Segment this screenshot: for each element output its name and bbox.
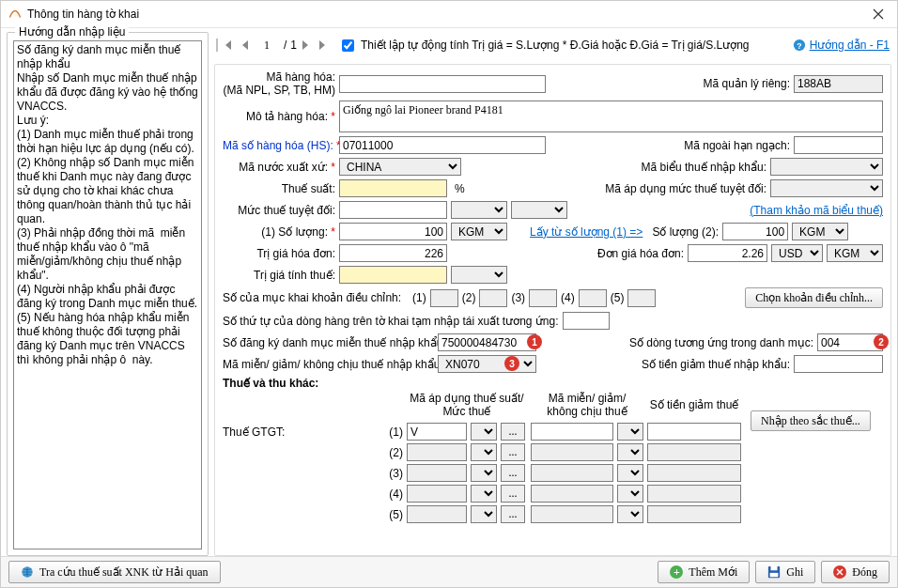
tax-r4-code-select[interactable] (471, 485, 497, 503)
close-button[interactable]: Đóng (821, 561, 890, 583)
chon-khoan-button[interactable]: Chọn khoản điều chỉnh... (745, 287, 883, 308)
muc-input-2[interactable] (479, 289, 507, 307)
tax-r3-ellipsis[interactable]: ... (501, 464, 525, 482)
marker-1: 1 (527, 334, 542, 349)
auto-calc-checkbox[interactable]: Thiết lập tự động tính Trị giá = S.Lượng… (338, 37, 750, 54)
tax-r4-amount-input[interactable] (647, 485, 741, 503)
ma-ngoai-input[interactable] (794, 136, 883, 154)
marker-2: 2 (874, 334, 889, 349)
muc-num-4: (4) (561, 291, 575, 304)
hs-input[interactable] (339, 136, 546, 154)
add-button[interactable]: + Thêm Mới (658, 561, 750, 583)
ma-bieu-label: Mã biểu thuế nhập khẩu: (642, 161, 766, 174)
tax-r2-mien-select[interactable] (617, 443, 643, 461)
muc-num-1: (1) (412, 291, 426, 304)
so-tien-giam-label: Số tiền giảm thuế nhập khẩu: (642, 358, 790, 371)
ma-nuoc-select[interactable]: CHINA (339, 158, 461, 176)
lookup-tax-button[interactable]: Tra cứu thuế suất XNK từ Hải quan (8, 561, 221, 583)
pager-next-button[interactable] (299, 36, 314, 54)
pager-prev-button[interactable] (237, 36, 252, 54)
tax-r1-amount-input[interactable] (647, 423, 741, 441)
thue-suat-input[interactable] (339, 179, 447, 197)
tax-r5-mien-select[interactable] (617, 505, 643, 523)
tax-r4-ellipsis[interactable]: ... (501, 485, 525, 503)
ma-mien-select[interactable]: XN070 (438, 355, 536, 373)
tax-r4-mien-input[interactable] (531, 485, 613, 503)
pager-last-button[interactable] (316, 36, 331, 54)
don-gia-input[interactable] (688, 244, 767, 262)
tax-r1-mien-input[interactable] (531, 423, 613, 441)
tri-gia-hd-label: Trị giá hóa đơn: (223, 247, 335, 260)
currency-select[interactable]: USD (771, 244, 823, 262)
window-close-button[interactable] (859, 1, 897, 27)
tri-gia-tinh-input[interactable] (339, 266, 447, 284)
tax-r3-mien-input[interactable] (531, 464, 613, 482)
tax-r4-code-input[interactable] (407, 485, 467, 503)
tax-r4-mien-select[interactable] (617, 485, 643, 503)
pager-first-button[interactable] (220, 36, 235, 54)
close-icon (873, 8, 884, 20)
ma-quan-ly-rieng-input[interactable] (794, 75, 883, 93)
muc-input-1[interactable] (430, 289, 458, 307)
muc-input-5[interactable] (627, 289, 656, 307)
stt-dong-input[interactable] (563, 312, 610, 330)
tax-r1-code-select[interactable] (471, 423, 497, 441)
tax-r2-code-input[interactable] (407, 443, 467, 461)
ma-ap-dung-select[interactable] (770, 179, 883, 197)
tax-r5-ellipsis[interactable]: ... (501, 505, 525, 523)
tax-r1-code-input[interactable] (407, 423, 467, 441)
stt-dong-label: Số thứ tự của dòng hàng trên tờ khai tạm… (223, 315, 559, 328)
nhap-theo-button[interactable]: Nhập theo sắc thuế... (751, 410, 871, 431)
ma-bieu-select[interactable] (770, 158, 883, 176)
prev-icon (240, 40, 248, 50)
so-luong1-input[interactable] (339, 223, 447, 240)
muc-thue-ccy-select[interactable] (451, 201, 507, 219)
tax-r2-ellipsis[interactable]: ... (501, 443, 525, 461)
tax-r3-amount-input[interactable] (647, 464, 741, 482)
tax-r1-mien-select[interactable] (617, 423, 643, 441)
hs-label: Mã số hàng hóa (HS): (223, 139, 335, 152)
muc-input-4[interactable] (579, 289, 607, 307)
tax-r5-code-select[interactable] (471, 505, 497, 523)
muc-thue-unit-select[interactable] (511, 201, 567, 219)
lay-tu-link[interactable]: Lấy từ số lượng (1) => (530, 225, 643, 239)
instructions-text[interactable]: Số đăng ký danh mục miễn thuế nhập khẩu … (13, 40, 202, 549)
unit1-select[interactable]: KGM (451, 223, 507, 240)
pager-current-input[interactable] (254, 37, 280, 54)
muc-input-3[interactable] (529, 289, 557, 307)
next-icon (302, 40, 310, 50)
tax-r1-ellipsis[interactable]: ... (501, 423, 525, 441)
pager-total: 1 (290, 39, 297, 52)
ma-ap-dung-label: Mã áp dụng mức thuế tuyệt đối: (605, 182, 766, 195)
first-icon (223, 40, 232, 50)
help-link[interactable]: ? Hướng dẫn - F1 (793, 39, 890, 52)
tri-gia-tinh-ccy-select[interactable] (451, 266, 507, 284)
unit2-select[interactable]: KGM (792, 223, 848, 240)
price-unit-select[interactable]: KGM (827, 244, 883, 262)
tax-r5-amount-input[interactable] (647, 505, 741, 523)
tax-r2-code-select[interactable] (471, 443, 497, 461)
tham-khao-link[interactable]: (Tham khảo mã biểu thuế) (750, 204, 883, 217)
tax-r5-code-input[interactable] (407, 505, 467, 523)
so-tien-giam-input[interactable] (794, 355, 883, 373)
app-icon (8, 8, 22, 21)
plus-icon: + (670, 565, 683, 579)
so-dang-ky-input[interactable] (438, 333, 536, 351)
tax-row-num-4: (4) (377, 487, 403, 501)
tax-r3-code-input[interactable] (407, 464, 467, 482)
tri-gia-hd-input[interactable] (339, 244, 447, 262)
tax-r5-mien-input[interactable] (531, 505, 613, 523)
auto-calc-checkbox-input[interactable] (342, 39, 354, 52)
muc-thue-input[interactable] (339, 201, 447, 219)
so-luong2-input[interactable] (722, 223, 788, 240)
mo-ta-input[interactable]: Giống ngô lai Pioneer brand P4181 (339, 101, 883, 132)
tax-r2-amount-input[interactable] (647, 443, 741, 461)
last-icon (318, 40, 328, 50)
save-button[interactable]: Ghi (755, 561, 815, 583)
tax-r3-mien-select[interactable] (617, 464, 643, 482)
tax-r2-mien-input[interactable] (531, 443, 613, 461)
ma-hang-hoa-input[interactable] (339, 75, 546, 93)
tax-r3-code-select[interactable] (471, 464, 497, 482)
muc-num-5: (5) (611, 291, 625, 304)
close-red-icon (833, 565, 846, 579)
